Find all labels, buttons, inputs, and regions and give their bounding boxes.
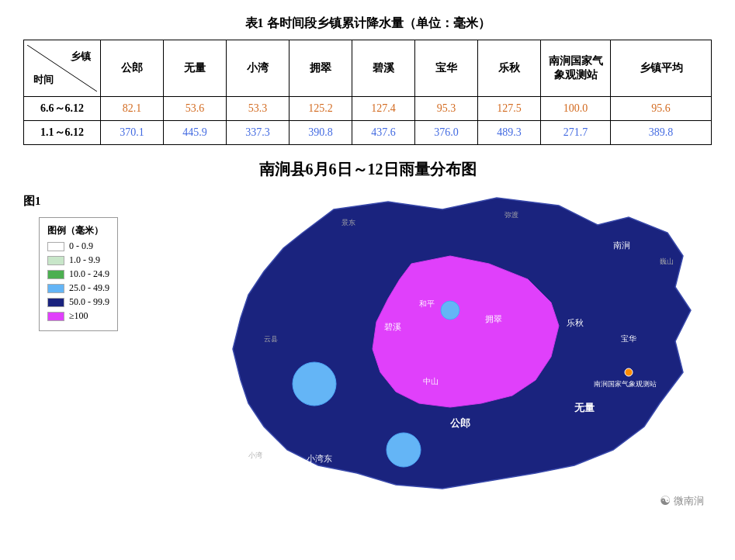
table-title: 表1 各时间段乡镇累计降水量（单位：毫米） — [23, 16, 712, 32]
legend-label-4: 50.0 - 99.9 — [69, 296, 109, 308]
label-bixi: 碧溪 — [384, 322, 401, 331]
label-xiaowan: 小湾东 — [307, 454, 332, 463]
cell-1-6: 489.3 — [478, 121, 541, 145]
data-table: 乡镇 时间 公郎 无量 小湾 拥翠 碧溪 宝华 乐秋 南涧国家气象观测站 乡镇平… — [23, 40, 712, 145]
cell-0-5: 95.3 — [415, 97, 478, 121]
cell-1-0: 370.1 — [101, 121, 164, 145]
col-header-5: 宝华 — [415, 40, 478, 97]
legend-label-2: 10.0 - 24.9 — [69, 268, 109, 280]
col-header-4: 碧溪 — [352, 40, 415, 97]
diagonal-bottom-label: 时间 — [33, 73, 54, 87]
fig-label: 图1 — [23, 194, 41, 209]
cell-0-4: 127.4 — [352, 97, 415, 121]
legend-color-5 — [47, 312, 64, 321]
label-baohua: 宝华 — [621, 334, 636, 343]
label-leqiu: 乐秋 — [567, 318, 584, 327]
legend-color-4 — [47, 298, 64, 307]
col-header-7: 南涧国家气象观测站 — [541, 40, 611, 97]
watermark-icon: ☯ — [660, 493, 671, 508]
cell-1-1: 445.9 — [164, 121, 227, 145]
label-edge-1: 景东 — [341, 219, 355, 226]
cell-1-4: 437.6 — [352, 121, 415, 145]
watermark: ☯ 微南涧 — [660, 493, 704, 508]
cell-0-1: 53.6 — [164, 97, 227, 121]
label-gonglang: 公郎 — [449, 417, 470, 429]
label-wuliang: 无量 — [574, 402, 595, 413]
legend-title: 图例（毫米） — [47, 224, 109, 237]
cell-0-7: 100.0 — [541, 97, 611, 121]
label-edge-3: 巍山 — [660, 258, 674, 265]
chart-title: 南涧县6月6日～12日雨量分布图 — [23, 159, 712, 180]
legend-label-3: 25.0 - 49.9 — [69, 282, 109, 294]
cell-0-8: 95.6 — [611, 97, 712, 121]
label-zhongshan: 中山 — [423, 377, 439, 385]
legend-color-3 — [47, 284, 64, 293]
cell-0-0: 82.1 — [101, 97, 164, 121]
label-heping: 和平 — [419, 299, 435, 308]
map-light-blue-3 — [441, 301, 459, 320]
legend-item-1: 1.0 - 9.9 — [47, 254, 109, 266]
header-diagonal-cell: 乡镇 时间 — [24, 40, 101, 97]
legend-item-5: ≥100 — [47, 310, 109, 322]
label-edge-4: 云县 — [264, 335, 278, 343]
label-yongcui: 拥翠 — [485, 314, 502, 323]
legend-item-3: 25.0 - 49.9 — [47, 282, 109, 294]
table-row: 6.6～6.12 82.1 53.6 53.3 125.2 127.4 95.3… — [24, 97, 712, 121]
legend-item-0: 0 - 0.9 — [47, 240, 109, 252]
label-edge-5: 小湾 — [248, 451, 262, 459]
legend-item-2: 10.0 - 24.9 — [47, 268, 109, 280]
chart-area: 图1 图例（毫米） 0 - 0.9 1.0 - 9.9 10.0 - 24.9 … — [23, 186, 712, 512]
label-edge-2: 弥渡 — [504, 211, 518, 219]
row-label-1: 1.1～6.12 — [24, 121, 101, 145]
cell-1-7: 271.7 — [541, 121, 611, 145]
legend-item-4: 50.0 - 99.9 — [47, 296, 109, 308]
label-nanjian-top: 南涧 — [613, 240, 630, 250]
map-svg: 碧溪 拥翠 公郎 无量 乐秋 宝华 南涧 小湾东 和平 中山 — [163, 186, 706, 512]
col-header-0: 公郎 — [101, 40, 164, 97]
col-header-3: 拥翠 — [289, 40, 352, 97]
row-label-0: 6.6～6.12 — [24, 97, 101, 121]
legend-label-5: ≥100 — [69, 310, 88, 322]
map-svg-container: 碧溪 拥翠 公郎 无量 乐秋 宝华 南涧 小湾东 和平 中山 — [163, 186, 706, 512]
cell-1-2: 337.3 — [227, 121, 289, 145]
map-light-blue-1 — [293, 362, 336, 406]
col-header-1: 无量 — [164, 40, 227, 97]
cell-0-6: 127.5 — [478, 97, 541, 121]
page-container: 表1 各时间段乡镇累计降水量（单位：毫米） 乡镇 时间 公郎 无量 小湾 拥翠 — [0, 0, 735, 527]
legend-color-0 — [47, 242, 64, 251]
cell-0-2: 53.3 — [227, 97, 289, 121]
table-row: 1.1～6.12 370.1 445.9 337.3 390.8 437.6 3… — [24, 121, 712, 145]
legend-color-1 — [47, 256, 64, 265]
label-obs-station: 南涧国家气象观测站 — [594, 380, 657, 388]
cell-1-5: 376.0 — [415, 121, 478, 145]
cell-1-3: 390.8 — [289, 121, 352, 145]
cell-0-3: 125.2 — [289, 97, 352, 121]
map-light-blue-2 — [387, 433, 421, 467]
col-header-2: 小湾 — [227, 40, 289, 97]
legend-box: 图例（毫米） 0 - 0.9 1.0 - 9.9 10.0 - 24.9 25.… — [39, 217, 118, 331]
obs-station-dot — [625, 368, 633, 376]
cell-1-8: 389.8 — [611, 121, 712, 145]
watermark-text: 微南涧 — [674, 494, 704, 508]
col-header-6: 乐秋 — [478, 40, 541, 97]
legend-label-1: 1.0 - 9.9 — [69, 254, 100, 266]
legend-color-2 — [47, 270, 64, 279]
legend-label-0: 0 - 0.9 — [69, 240, 93, 252]
diagonal-top-label: 乡镇 — [71, 50, 91, 64]
col-header-8: 乡镇平均 — [611, 40, 712, 97]
